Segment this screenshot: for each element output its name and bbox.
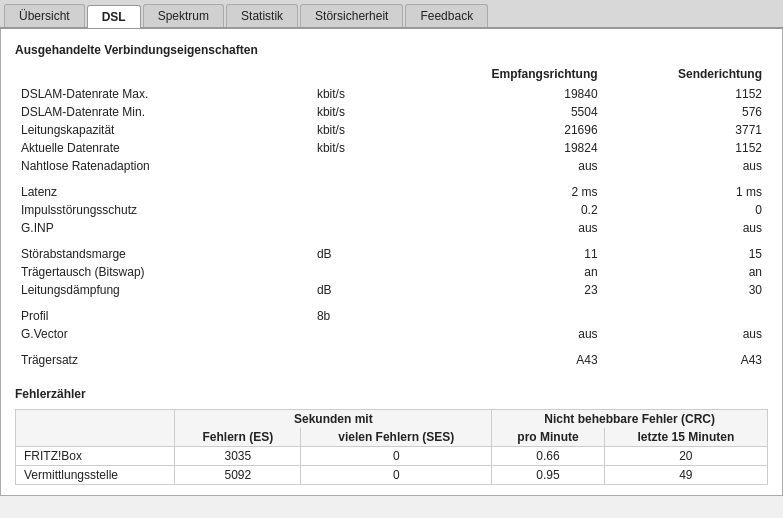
col-label-header	[15, 65, 311, 85]
row-unit	[311, 201, 410, 219]
row-recv: A43	[410, 351, 604, 369]
row-recv: 0.2	[410, 201, 604, 219]
row-send: 30	[604, 281, 768, 299]
table-row: Latenz 2 ms 1 ms	[15, 183, 768, 201]
fehler-group1-header: Sekunden mit	[175, 410, 492, 429]
table-row: Impulsstörungsschutz 0.2 0	[15, 201, 768, 219]
fehler-row-label: FRITZ!Box	[16, 447, 175, 466]
col-recv-header: Empfangsrichtung	[410, 65, 604, 85]
row-send: aus	[604, 219, 768, 237]
row-recv: 19840	[410, 85, 604, 103]
main-content: Ausgehandelte Verbindungseigenschaften E…	[0, 29, 783, 496]
table-row: Leitungskapazität kbit/s 21696 3771	[15, 121, 768, 139]
row-send: aus	[604, 325, 768, 343]
row-label: DSLAM-Datenrate Max.	[15, 85, 311, 103]
fehler-letzte: 20	[604, 447, 767, 466]
row-send: 1 ms	[604, 183, 768, 201]
tab-statistik[interactable]: Statistik	[226, 4, 298, 27]
table-row: FRITZ!Box 3035 0 0.66 20	[16, 447, 768, 466]
row-unit: 8b	[311, 307, 410, 325]
row-unit: kbit/s	[311, 139, 410, 157]
fehler-es: 5092	[175, 466, 301, 485]
table-row: Aktuelle Datenrate kbit/s 19824 1152	[15, 139, 768, 157]
tab-storsicherheit[interactable]: Störsicherheit	[300, 4, 403, 27]
row-label: Trägertausch (Bitswap)	[15, 263, 311, 281]
col-unit-header	[311, 65, 410, 85]
row-unit	[311, 351, 410, 369]
row-label: Trägersatz	[15, 351, 311, 369]
row-recv: aus	[410, 219, 604, 237]
fehler-table: Sekunden mit Nicht behebbare Fehler (CRC…	[15, 409, 768, 485]
connection-properties-table: Empfangsrichtung Senderichtung DSLAM-Dat…	[15, 65, 768, 369]
row-recv: 21696	[410, 121, 604, 139]
row-unit: kbit/s	[311, 103, 410, 121]
row-label: Profil	[15, 307, 311, 325]
fehler-letzte: 49	[604, 466, 767, 485]
fehler-col3-header: pro Minute	[492, 428, 604, 447]
section1-title: Ausgehandelte Verbindungseigenschaften	[15, 43, 768, 57]
col-send-header: Senderichtung	[604, 65, 768, 85]
row-label: Impulsstörungsschutz	[15, 201, 311, 219]
row-unit	[311, 183, 410, 201]
fehler-ses: 0	[301, 466, 492, 485]
fehler-group2-header: Nicht behebbare Fehler (CRC)	[492, 410, 768, 429]
fehler-pro: 0.95	[492, 466, 604, 485]
table-row: DSLAM-Datenrate Min. kbit/s 5504 576	[15, 103, 768, 121]
row-recv: 5504	[410, 103, 604, 121]
row-recv	[410, 307, 604, 325]
table-row: Trägersatz A43 A43	[15, 351, 768, 369]
row-label: G.INP	[15, 219, 311, 237]
fehler-pro: 0.66	[492, 447, 604, 466]
row-recv: aus	[410, 157, 604, 175]
row-send: 15	[604, 245, 768, 263]
row-label: G.Vector	[15, 325, 311, 343]
row-send: A43	[604, 351, 768, 369]
row-unit: dB	[311, 281, 410, 299]
row-recv: 11	[410, 245, 604, 263]
row-unit: kbit/s	[311, 121, 410, 139]
row-label: Aktuelle Datenrate	[15, 139, 311, 157]
row-label: Leitungsdämpfung	[15, 281, 311, 299]
fehler-col1-header: Fehlern (ES)	[175, 428, 301, 447]
row-recv: an	[410, 263, 604, 281]
row-send: 576	[604, 103, 768, 121]
row-unit: kbit/s	[311, 85, 410, 103]
table-row: Profil 8b	[15, 307, 768, 325]
row-send: 1152	[604, 139, 768, 157]
fehler-col4-header: letzte 15 Minuten	[604, 428, 767, 447]
tab-ubersicht[interactable]: Übersicht	[4, 4, 85, 27]
tab-spektrum[interactable]: Spektrum	[143, 4, 224, 27]
fehler-es: 3035	[175, 447, 301, 466]
row-label: Leitungskapazität	[15, 121, 311, 139]
row-send	[604, 307, 768, 325]
row-label: Störabstandsmarge	[15, 245, 311, 263]
fehler-ses: 0	[301, 447, 492, 466]
row-label: Latenz	[15, 183, 311, 201]
row-unit	[311, 157, 410, 175]
fehler-row-label: Vermittlungsstelle	[16, 466, 175, 485]
row-recv: 2 ms	[410, 183, 604, 201]
row-unit: dB	[311, 245, 410, 263]
table-row: Störabstandsmarge dB 11 15	[15, 245, 768, 263]
fehler-col2-header: vielen Fehlern (SES)	[301, 428, 492, 447]
table-row: G.Vector aus aus	[15, 325, 768, 343]
row-send: 1152	[604, 85, 768, 103]
table-row: Nahtlose Ratenadaption aus aus	[15, 157, 768, 175]
tab-dsl[interactable]: DSL	[87, 5, 141, 28]
section2-title: Fehlerzähler	[15, 387, 768, 401]
row-unit	[311, 219, 410, 237]
row-recv: 19824	[410, 139, 604, 157]
table-row: Vermittlungsstelle 5092 0 0.95 49	[16, 466, 768, 485]
row-unit	[311, 263, 410, 281]
tab-feedback[interactable]: Feedback	[405, 4, 488, 27]
row-recv: 23	[410, 281, 604, 299]
row-recv: aus	[410, 325, 604, 343]
fehler-col-empty	[16, 410, 175, 447]
table-row: Leitungsdämpfung dB 23 30	[15, 281, 768, 299]
row-send: 3771	[604, 121, 768, 139]
row-send: aus	[604, 157, 768, 175]
row-unit	[311, 325, 410, 343]
table-row: Trägertausch (Bitswap) an an	[15, 263, 768, 281]
tab-bar: Übersicht DSL Spektrum Statistik Störsic…	[0, 0, 783, 29]
row-label: Nahtlose Ratenadaption	[15, 157, 311, 175]
